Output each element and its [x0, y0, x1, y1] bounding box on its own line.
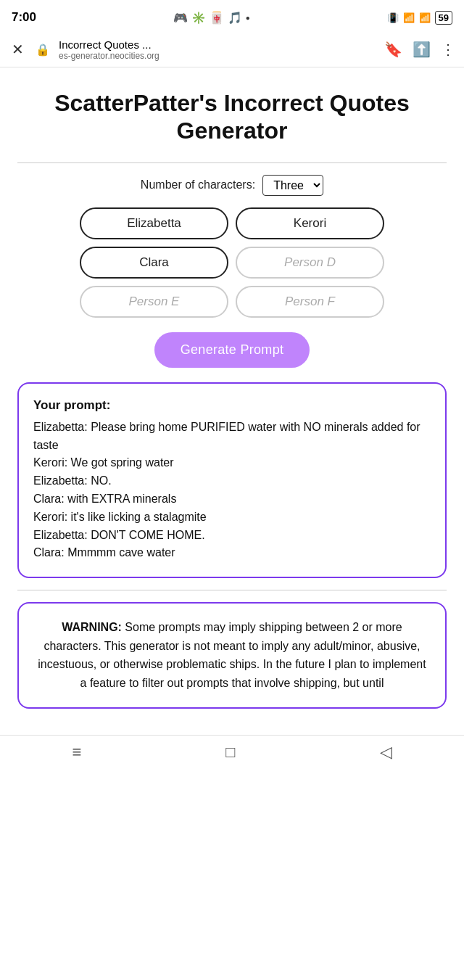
vibrate-icon: 📳 [387, 12, 399, 23]
signal-icon: 📶 [419, 12, 431, 23]
wifi-icon: 📶 [403, 12, 415, 23]
battery-icon: 59 [435, 11, 452, 25]
page-tab-title: Incorrect Quotes ... [59, 38, 376, 51]
characters-section: Number of characters: One Two Three Four… [17, 175, 447, 318]
divider-top [17, 162, 447, 163]
divider-middle [17, 590, 447, 590]
back-button-icon[interactable]: ◁ [380, 743, 392, 762]
num-characters-label: Number of characters: [141, 178, 255, 192]
status-icons: 📳 📶 📶 59 [387, 11, 452, 25]
bookmark-icon[interactable]: 🔖 [384, 41, 402, 58]
prompt-box: Your prompt: Elizabetta: Please bring ho… [17, 382, 447, 578]
lock-icon: 🔒 [36, 43, 50, 57]
num-characters-row: Number of characters: One Two Three Four… [17, 175, 447, 196]
notch-icons: 🎮 ✳️ 🀄 🎵 ● [173, 11, 250, 25]
num-characters-select[interactable]: One Two Three Four Five Six [262, 175, 323, 196]
warning-box: WARNING: Some prompts may imply shipping… [17, 602, 447, 708]
character-input-c[interactable] [80, 247, 228, 279]
warning-bold: WARNING: [62, 621, 122, 633]
warning-text: WARNING: Some prompts may imply shipping… [36, 618, 428, 692]
bottom-navigation: ≡ □ ◁ [0, 735, 464, 773]
generate-prompt-button[interactable]: Generate Prompt [154, 332, 310, 368]
more-options-icon[interactable]: ⋮ [441, 41, 455, 58]
star-icon: ✳️ [191, 11, 206, 25]
hamburger-menu-icon[interactable]: ≡ [72, 743, 81, 762]
browser-actions: 🔖 ⬆️ ⋮ [384, 41, 455, 58]
page-title: ScatterPatter's Incorrect Quotes Generat… [17, 89, 447, 145]
status-bar: 7:00 🎮 ✳️ 🀄 🎵 ● 📳 📶 📶 59 [0, 0, 464, 32]
page-url: es-generator.neocities.org [59, 51, 376, 61]
character-input-d[interactable] [236, 247, 384, 279]
gamepad-icon: 🎮 [173, 11, 188, 25]
character-pills-grid [80, 207, 384, 318]
home-button-icon[interactable]: □ [225, 743, 235, 762]
prompt-label: Your prompt: [33, 398, 431, 413]
app-icon-2: 🎵 [228, 11, 242, 25]
prompt-text: Elizabetta: Please bring home PURIFIED w… [33, 419, 431, 562]
character-input-b[interactable] [236, 207, 384, 239]
character-input-e[interactable] [80, 286, 228, 318]
close-tab-button[interactable]: ✕ [9, 38, 27, 61]
app-icon-1: 🀄 [210, 11, 224, 25]
character-input-f[interactable] [236, 286, 384, 318]
dot-indicator: ● [246, 14, 250, 22]
main-content: ScatterPatter's Incorrect Quotes Generat… [0, 67, 464, 735]
character-input-a[interactable] [80, 207, 228, 239]
share-icon[interactable]: ⬆️ [413, 41, 431, 58]
browser-bar: ✕ 🔒 Incorrect Quotes ... es-generator.ne… [0, 32, 464, 67]
url-area: Incorrect Quotes ... es-generator.neocit… [59, 38, 376, 61]
status-time: 7:00 [12, 10, 36, 25]
